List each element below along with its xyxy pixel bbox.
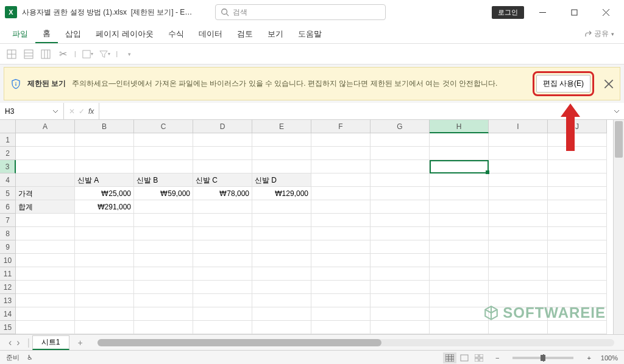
cell[interactable] [548,147,607,160]
cell[interactable] [75,160,134,173]
cell[interactable] [548,133,607,147]
cell[interactable] [489,307,548,321]
fx-icon[interactable]: fx [88,107,94,116]
cell[interactable] [370,254,430,267]
cell[interactable] [75,321,134,334]
cell[interactable]: ₩291,000 [75,200,134,214]
chevron-right-icon[interactable]: › [16,337,20,348]
cell[interactable] [430,281,489,294]
cell[interactable]: 신발 D [252,173,311,187]
cell[interactable] [193,307,252,321]
cell[interactable] [16,133,75,147]
cell[interactable] [134,307,193,321]
name-box[interactable]: H3 [0,103,64,119]
search-input[interactable]: 검색 [215,4,386,20]
cell[interactable] [16,307,75,321]
chevron-left-icon[interactable]: ‹ [9,337,12,348]
row-header[interactable]: 11 [0,267,16,281]
ribbon-tab-insert[interactable]: 삽입 [58,24,88,43]
minimize-button[interactable] [529,3,556,21]
cell[interactable] [193,267,252,281]
table-icon[interactable]: ▾ [82,49,93,60]
cell[interactable] [489,187,548,200]
sheet-tab[interactable]: 시트1 [32,335,69,350]
cell[interactable] [311,160,370,173]
sheet-nav[interactable]: ‹ › [4,337,25,348]
ribbon-tab-formulas[interactable]: 수식 [161,24,191,43]
cell[interactable] [489,160,548,173]
cell[interactable] [193,240,252,254]
zoom-slider[interactable] [512,357,573,359]
cell[interactable] [193,160,252,173]
cell[interactable] [311,267,370,281]
cell[interactable] [75,214,134,227]
cell[interactable] [252,267,311,281]
cell[interactable] [311,240,370,254]
cell[interactable] [430,267,489,281]
cell[interactable] [489,173,548,187]
more-icon[interactable]: ▾ [124,49,135,60]
cell[interactable] [252,147,311,160]
enter-icon[interactable]: ✓ [79,107,85,116]
cell[interactable]: 신발 C [193,173,252,187]
row-header[interactable]: 7 [0,214,16,227]
cell[interactable]: ₩59,000 [134,187,193,200]
cell[interactable] [134,227,193,240]
cell[interactable] [489,254,548,267]
cell[interactable] [16,267,75,281]
formula-expand-button[interactable] [609,108,624,114]
cell[interactable] [548,227,607,240]
cell[interactable]: 신발 B [134,173,193,187]
cell[interactable] [16,173,75,187]
cell[interactable]: ₩129,000 [252,187,311,200]
cell[interactable] [134,147,193,160]
cell[interactable] [193,254,252,267]
horizontal-scrollbar[interactable] [98,339,614,346]
cell[interactable] [548,267,607,281]
cell[interactable] [75,307,134,321]
cell[interactable] [193,294,252,307]
cell[interactable] [430,133,489,147]
cell[interactable] [489,321,548,334]
cell[interactable] [134,133,193,147]
page-layout-view-button[interactable] [458,352,471,363]
cell[interactable] [193,227,252,240]
vertical-scrollbar[interactable] [613,120,624,334]
cell[interactable] [193,133,252,147]
cell[interactable] [311,227,370,240]
cell[interactable] [489,133,548,147]
share-button[interactable]: 공유 ▾ [580,29,619,39]
cell[interactable] [370,160,430,173]
cell[interactable]: ₩78,000 [193,187,252,200]
cell[interactable] [252,321,311,334]
cell[interactable] [548,321,607,334]
cell[interactable] [489,147,548,160]
cell[interactable] [489,214,548,227]
cell[interactable] [75,267,134,281]
cell[interactable] [252,240,311,254]
cell[interactable] [370,173,430,187]
add-sheet-button[interactable]: + [72,338,89,348]
row-header[interactable]: 15 [0,321,16,334]
cell[interactable] [430,240,489,254]
cell[interactable] [311,281,370,294]
column-header[interactable]: E [252,120,311,133]
cell[interactable] [489,227,548,240]
cell[interactable] [489,281,548,294]
login-button[interactable]: 로그인 [492,6,524,19]
cancel-icon[interactable]: ✕ [69,107,75,116]
ribbon-tab-page-layout[interactable]: 페이지 레이아웃 [88,24,161,43]
maximize-button[interactable] [561,3,587,21]
cell[interactable] [430,173,489,187]
vertical-scroll-thumb[interactable] [615,121,623,158]
cell[interactable] [16,214,75,227]
filter-icon[interactable]: ▾ [99,49,110,60]
cell[interactable] [548,200,607,214]
cell[interactable] [548,214,607,227]
cell[interactable] [252,281,311,294]
cell[interactable] [430,147,489,160]
ribbon-tab-file[interactable]: 파일 [5,24,35,43]
column-header[interactable]: C [134,120,193,133]
row-header[interactable]: 2 [0,147,16,160]
cell[interactable] [252,227,311,240]
